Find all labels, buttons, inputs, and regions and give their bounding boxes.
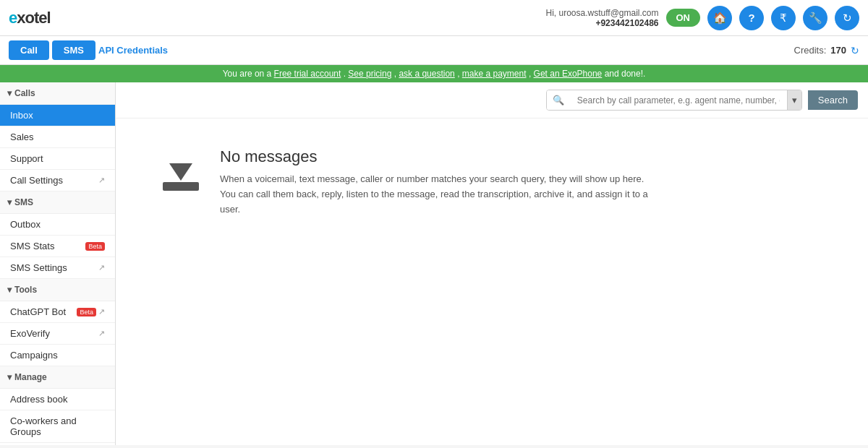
- beta-badge-sms-stats: Beta: [85, 242, 105, 251]
- tools-section-label: Tools: [14, 285, 37, 295]
- sidebar-item-coworkers[interactable]: Co-workers and Groups: [0, 410, 115, 443]
- header-right: Hi, uroosa.wstuff@gmail.com +92344210248…: [545, 6, 859, 30]
- sidebar-item-call-settings[interactable]: Call Settings ↗: [0, 170, 115, 191]
- see-pricing-link[interactable]: See pricing: [348, 69, 391, 79]
- search-bar: 🔍 ▾ Search: [116, 82, 868, 119]
- home-icon[interactable]: 🏠: [707, 6, 732, 30]
- user-email: Hi, uroosa.wstuff@gmail.com: [545, 8, 658, 18]
- make-payment-link[interactable]: make a payment: [462, 69, 527, 79]
- manage-section: ▾ Manage Address book Co-workers and Gro…: [0, 366, 115, 445]
- credits-value: 170: [830, 45, 846, 56]
- sidebar-item-exoverify[interactable]: ExoVerify ↗: [0, 323, 115, 345]
- sms-section: ▾ SMS Outbox SMS Stats Beta SMS Settings…: [0, 191, 115, 279]
- banner-sep4: ,: [529, 69, 534, 79]
- sidebar-item-address-book[interactable]: Address book: [0, 389, 115, 410]
- sidebar-item-campaigns[interactable]: Campaigns: [0, 345, 115, 366]
- sidebar-item-chatgpt-bot[interactable]: ChatGPT Bot Beta ↗: [0, 301, 115, 323]
- sms-section-label: SMS: [14, 197, 33, 207]
- free-trial-link[interactable]: Free trial account: [274, 69, 341, 79]
- no-messages-description: When a voicemail, text message, caller o…: [220, 172, 654, 217]
- banner-sep3: ,: [457, 69, 462, 79]
- external-link-icon: ↗: [98, 176, 105, 185]
- tray-shape: [163, 182, 199, 191]
- arrow-down-shape: [169, 163, 192, 181]
- call-tab[interactable]: Call: [9, 40, 49, 60]
- toggle-button[interactable]: ON: [666, 9, 701, 27]
- external-link-icon-exoverify: ↗: [98, 329, 105, 338]
- api-credentials-tab[interactable]: API Credentials: [98, 45, 168, 56]
- sidebar-item-telephony-expert[interactable]: Talk to our Telephony Expert: [0, 443, 115, 445]
- sidebar-item-sms-stats[interactable]: SMS Stats Beta: [0, 236, 115, 257]
- sidebar-item-sms-settings[interactable]: SMS Settings ↗: [0, 257, 115, 279]
- get-exophone-link[interactable]: Get an ExoPhone: [534, 69, 603, 79]
- account-refresh-icon[interactable]: ↻: [835, 6, 859, 30]
- search-button[interactable]: Search: [808, 90, 858, 110]
- header: exotel Hi, uroosa.wstuff@gmail.com +9234…: [0, 0, 868, 36]
- manage-section-label: Manage: [14, 372, 47, 382]
- calls-section: ▾ Calls Inbox Sales Support Call Setting…: [0, 82, 115, 191]
- chevron-down-icon-manage: ▾: [7, 372, 12, 382]
- banner-text-end: and done!.: [605, 69, 646, 79]
- user-info: Hi, uroosa.wstuff@gmail.com +92344210248…: [545, 8, 658, 28]
- search-input-wrap: 🔍 ▾: [546, 90, 802, 111]
- tools-section: ▾ Tools ChatGPT Bot Beta ↗ ExoVerify ↗ C…: [0, 279, 115, 366]
- settings-icon[interactable]: 🔧: [803, 6, 827, 30]
- banner-text-prefix: You are on a: [223, 69, 274, 79]
- credits-label: Credits:: [794, 45, 827, 56]
- calls-section-label: Calls: [14, 88, 35, 98]
- calls-section-header[interactable]: ▾ Calls: [0, 82, 115, 105]
- ask-question-link[interactable]: ask a question: [399, 69, 454, 79]
- search-icon: 🔍: [547, 90, 570, 110]
- search-dropdown-button[interactable]: ▾: [787, 90, 801, 110]
- main-layout: ▾ Calls Inbox Sales Support Call Setting…: [0, 82, 868, 445]
- credits-refresh-icon[interactable]: ↻: [851, 45, 859, 56]
- logo-text: exotel: [9, 9, 51, 27]
- beta-badge-chatgpt: Beta: [77, 308, 96, 316]
- banner: You are on a Free trial account . See pr…: [0, 65, 868, 82]
- sms-section-header[interactable]: ▾ SMS: [0, 191, 115, 214]
- content-area: 🔍 ▾ Search No messages When a voicemail,…: [116, 82, 868, 445]
- sidebar: ▾ Calls Inbox Sales Support Call Setting…: [0, 82, 116, 445]
- external-link-icon-chatgpt: ↗: [98, 307, 105, 316]
- help-icon[interactable]: ?: [739, 6, 764, 30]
- no-messages-area: No messages When a voicemail, text messa…: [116, 119, 868, 445]
- credits-display: Credits: 170 ↻: [794, 45, 860, 56]
- sidebar-item-support[interactable]: Support: [0, 148, 115, 170]
- chevron-down-icon-sms: ▾: [7, 197, 12, 207]
- sidebar-item-outbox[interactable]: Outbox: [0, 214, 115, 236]
- no-messages-icon: [159, 147, 203, 191]
- tools-section-header[interactable]: ▾ Tools: [0, 279, 115, 301]
- search-input[interactable]: [570, 91, 787, 110]
- no-messages-title: No messages: [220, 147, 654, 166]
- sidebar-item-inbox[interactable]: Inbox: [0, 105, 115, 126]
- chevron-down-icon: ▾: [7, 88, 12, 98]
- no-messages-inner: No messages When a voicemail, text messa…: [159, 147, 654, 217]
- logo: exotel: [9, 9, 51, 27]
- manage-section-header[interactable]: ▾ Manage: [0, 366, 115, 389]
- tabbar: Call SMS API Credentials Credits: 170 ↻: [0, 36, 868, 65]
- rupee-icon[interactable]: ₹: [771, 6, 796, 30]
- user-phone: +923442102486: [545, 18, 658, 28]
- sms-tab[interactable]: SMS: [52, 40, 95, 60]
- external-link-icon-sms: ↗: [98, 263, 105, 272]
- no-messages-text: No messages When a voicemail, text messa…: [220, 147, 654, 217]
- sidebar-item-sales[interactable]: Sales: [0, 126, 115, 148]
- chevron-down-icon-tools: ▾: [7, 285, 12, 295]
